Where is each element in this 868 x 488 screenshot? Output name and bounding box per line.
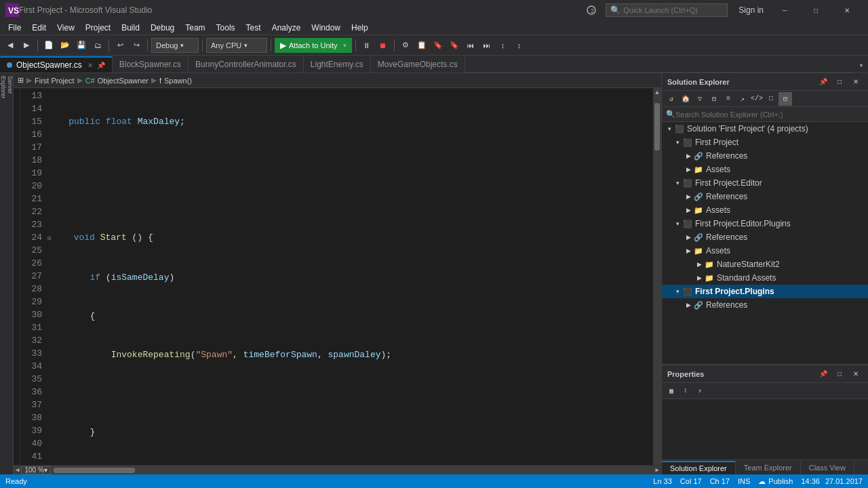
account-area[interactable]: Sign in	[733, 0, 769, 20]
menu-tools[interactable]: Tools	[211, 20, 241, 35]
toolbar-btn-5[interactable]: ⏮	[463, 38, 478, 53]
menu-project[interactable]: Project	[80, 20, 116, 35]
platform-dropdown[interactable]: Any CPU ▾	[206, 38, 267, 53]
undo-btn[interactable]: ↩	[113, 38, 127, 53]
tab-pin-objectspawner[interactable]: 📌	[97, 62, 105, 69]
toolbar-more-btn[interactable]: ⏸	[359, 38, 374, 53]
back-btn[interactable]: ◀	[3, 38, 18, 53]
se-more-btn[interactable]: ⊟	[778, 92, 792, 106]
menu-view[interactable]: View	[52, 20, 80, 35]
code-line-17: if (isSameDelay)	[47, 271, 653, 284]
panel-tab-te[interactable]: Team Explorer	[736, 461, 801, 474]
code-content[interactable]: public float MaxDaley; ⊟ void Start () {…	[47, 88, 653, 465]
redo-btn[interactable]: ↪	[129, 38, 144, 53]
minimize-btn[interactable]: ─	[769, 0, 800, 20]
path-member-label[interactable]: Spawn()	[164, 77, 192, 85]
props-grid-btn[interactable]: ▦	[665, 384, 678, 398]
save-btn[interactable]: 💾	[74, 38, 89, 53]
tree-first-project[interactable]: ▾ ⬛ First Project	[662, 136, 868, 149]
menu-file[interactable]: File	[3, 20, 26, 35]
h-scroll-left[interactable]: ◀	[14, 466, 21, 474]
horizontal-scrollbar[interactable]: ◀ 100 % ▾ ▶	[14, 465, 661, 474]
tree-fpep-nature[interactable]: ▶ 📁 NatureStarterKit2	[662, 258, 868, 271]
tree-fp-references[interactable]: ▶ 🔗 References	[662, 149, 868, 163]
toolbar-btn-2[interactable]: 📋	[414, 38, 429, 53]
maximize-panel-btn[interactable]: □	[833, 75, 846, 89]
h-scroll-right[interactable]: ▶	[654, 466, 661, 474]
toolbar-btn-1[interactable]: ⚙	[398, 38, 413, 53]
tree-fp-assets[interactable]: ▶ 📁 Assets	[662, 163, 868, 176]
tree-fpe-assets[interactable]: ▶ 📁 Assets	[662, 203, 868, 217]
close-panel-btn[interactable]: ✕	[849, 75, 863, 89]
tree-fpp-references[interactable]: ▶ 🔗 References	[662, 298, 868, 312]
notification-icon[interactable]: 2	[583, 0, 600, 20]
tab-lightenemy[interactable]: LightEnemy.cs	[304, 56, 371, 73]
path-project[interactable]: ⊞	[18, 76, 24, 85]
menu-team[interactable]: Team	[180, 20, 210, 35]
close-btn[interactable]: ✕	[831, 0, 863, 20]
toolbar-stop-btn[interactable]: ⏹	[376, 38, 391, 53]
tree-solution[interactable]: ▾ ⬛ Solution 'First Project' (4 projects…	[662, 122, 868, 136]
menu-window[interactable]: Window	[306, 20, 346, 35]
search-launch[interactable]: 🔍 Quick Launch (Ctrl+Q)	[606, 3, 728, 17]
path-class-label[interactable]: ObjectSpawner	[98, 77, 149, 85]
menu-test[interactable]: Test	[241, 20, 267, 35]
solution-search-input[interactable]	[675, 110, 864, 119]
vertical-scrollbar[interactable]: ▲	[653, 88, 661, 465]
props-sort-btn[interactable]: ↕	[679, 384, 692, 398]
tab-bunnycontroller-label: BunnyControllerAnimator.cs	[195, 60, 296, 69]
debug-config-dropdown[interactable]: Debug ▾	[151, 38, 199, 53]
publish-btn[interactable]: ☁ Publish	[758, 477, 793, 486]
zoom-dropdown[interactable]: 100 % ▾	[21, 466, 50, 474]
path-project-label[interactable]: First Project	[35, 77, 75, 85]
scroll-up-btn[interactable]: ▲	[655, 89, 658, 96]
pin-btn[interactable]: 📌	[816, 75, 830, 89]
props-pin-btn[interactable]: 📌	[816, 367, 830, 381]
tree-fpep-standard[interactable]: ▶ 📁 Standard Assets	[662, 271, 868, 285]
open-btn[interactable]: 📂	[58, 38, 73, 53]
se-open-btn[interactable]: ↗	[736, 92, 749, 106]
menu-build[interactable]: Build	[116, 20, 145, 35]
toolbar-btn-4[interactable]: 🔖	[447, 38, 462, 53]
se-properties-btn[interactable]: ≡	[722, 92, 735, 106]
se-collapse-btn[interactable]: ⊟	[707, 92, 721, 106]
se-refresh-btn[interactable]: ↺	[665, 92, 678, 106]
toolbar-btn-3[interactable]: 🔖	[431, 38, 446, 53]
se-home-btn[interactable]: 🏠	[679, 92, 692, 106]
run-btn[interactable]: ▶ Attach to Unity ▾	[275, 38, 352, 53]
tree-fpe[interactable]: ▾ ⬛ First Project.Editor	[662, 176, 868, 190]
tab-objectspawner[interactable]: ObjectSpawner.cs ✕ 📌	[0, 56, 113, 73]
se-designview-btn[interactable]: □	[764, 92, 778, 106]
props-maximize-btn[interactable]: □	[833, 367, 846, 381]
tree-fpep-references[interactable]: ▶ 🔗 References	[662, 230, 868, 244]
se-code-btn[interactable]: </>	[750, 92, 764, 106]
props-events-btn[interactable]: ⚡	[693, 384, 707, 398]
tab-overflow-btn[interactable]: ▾	[854, 58, 868, 73]
menu-analyze[interactable]: Analyze	[267, 20, 307, 35]
h-scroll-track[interactable]	[54, 468, 651, 473]
scroll-thumb[interactable]	[654, 103, 660, 150]
toolbar-btn-6[interactable]: ⏭	[479, 38, 494, 53]
save-all-btn[interactable]: 🗂	[90, 38, 105, 53]
toolbar-btn-7[interactable]: ↕	[496, 38, 511, 53]
tab-blockspawner[interactable]: BlockSpawner.cs	[113, 56, 189, 73]
tree-fpe-references[interactable]: ▶ 🔗 References	[662, 190, 868, 203]
tree-fpep[interactable]: ▾ ⬛ First Project.Editor.Plugins	[662, 217, 868, 230]
forward-btn[interactable]: ▶	[19, 38, 34, 53]
panel-tab-cv[interactable]: Class View	[801, 461, 854, 474]
menu-help[interactable]: Help	[346, 20, 374, 35]
new-project-btn[interactable]: 📄	[41, 38, 56, 53]
menu-edit[interactable]: Edit	[26, 20, 52, 35]
tab-close-objectspawner[interactable]: ✕	[87, 62, 93, 69]
tree-fpp[interactable]: ▾ ⬛ First Project.Plugins	[662, 285, 868, 298]
se-filter-btn[interactable]: ▽	[693, 92, 707, 106]
tab-movegameobjects[interactable]: MoveGameObjects.cs	[371, 56, 465, 73]
maximize-btn[interactable]: □	[800, 0, 831, 20]
toolbar-btn-8[interactable]: ↕	[512, 38, 527, 53]
props-close-btn[interactable]: ✕	[849, 367, 863, 381]
menu-debug[interactable]: Debug	[145, 20, 180, 35]
tree-fpep-assets[interactable]: ▶ 📁 Assets	[662, 244, 868, 258]
server-explorer-btn[interactable]: Server Explorer	[1, 76, 13, 117]
panel-tab-se[interactable]: Solution Explorer	[662, 461, 736, 474]
tab-bunnycontroller[interactable]: BunnyControllerAnimator.cs	[189, 56, 304, 73]
